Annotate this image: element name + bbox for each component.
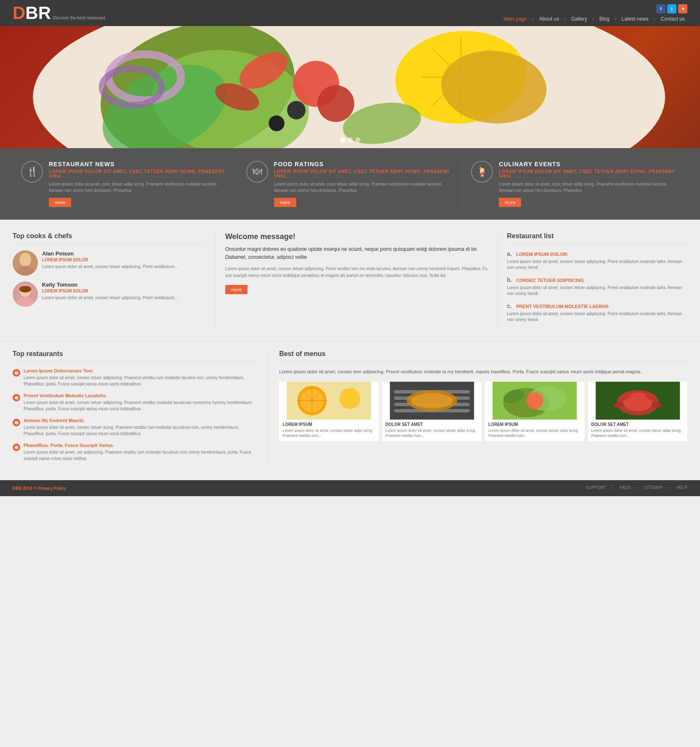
footer-link-support[interactable]: SUPPORT bbox=[586, 485, 606, 491]
svg-point-12 bbox=[287, 101, 306, 120]
rl-title-c[interactable]: PRENT VESTIBULUM MOLESTIE LAERHS bbox=[516, 304, 608, 309]
menu-item-3-desc: Lorem ipsum dolor sit amet, consec tetue… bbox=[488, 428, 581, 439]
chef-card-2: Kelly Tomson LOREM IPSUM DOLOR Lorem ips… bbox=[13, 282, 206, 307]
svg-point-43 bbox=[411, 393, 453, 408]
menu-item-3: LOREM IPSUM Lorem ipsum dolor sit amet, … bbox=[485, 382, 584, 441]
restaurant-news-icon: 🍴 bbox=[21, 161, 43, 183]
social-icons: f t ✦ bbox=[656, 4, 687, 13]
rl-letter-b: b. bbox=[507, 276, 514, 283]
footer-link-sitemap[interactable]: SITEMAP bbox=[644, 485, 663, 491]
nav-blog[interactable]: Blog bbox=[597, 16, 612, 22]
tr-num-4: ➋ bbox=[13, 444, 20, 451]
logo-rest: BR bbox=[25, 3, 51, 23]
rl-letter-a: a. bbox=[507, 250, 514, 257]
tr-desc-2: Lorem ipsum dolor sit amet, consec tetue… bbox=[24, 399, 258, 412]
welcome-more-button[interactable]: more bbox=[225, 285, 248, 294]
rl-title-a[interactable]: LOREM IPSUM DOLOR: bbox=[516, 252, 568, 257]
top-restaurants-column: Top restaurants ➋ Lorem Ipsum Dolorconse… bbox=[13, 350, 269, 468]
logo: DBR Discover the best restaurant bbox=[13, 4, 105, 22]
main-content-section: Top cooks & chefs Alan Poison LOREM IPSU… bbox=[0, 220, 700, 341]
tr-title-3[interactable]: Aeneon My Endrerit Mauris. bbox=[24, 418, 258, 423]
best-menus-column: Best of menus Lorem ipsum dolor sit amet… bbox=[269, 350, 687, 468]
tr-desc-3: Lorem ipsum dolor sit amet, consec tetue… bbox=[24, 424, 258, 437]
feature-3-subtitle: LOREM IPSUM DOLOR SIT AMET, CSEC TETUER … bbox=[499, 169, 679, 178]
menu-item-4-title: DOLOR SET AMET bbox=[591, 422, 684, 427]
hero-dot-2[interactable] bbox=[348, 137, 353, 142]
welcome-title: Welcome message! bbox=[225, 232, 488, 241]
header: DBR Discover the best restaurant f t ✦ M… bbox=[0, 0, 700, 26]
feature-1-more-button[interactable]: more bbox=[49, 198, 71, 207]
menu-item-4: DOLOR SET AMET Lorem ipsum dolor sit ame… bbox=[588, 382, 687, 441]
menu-img-1 bbox=[279, 382, 378, 420]
header-right: f t ✦ Main page ● About us ● Gallery ● B… bbox=[501, 4, 687, 22]
feature-3-title: CULINARY EVENTS bbox=[499, 161, 679, 167]
rl-desc-a: Lorem ipsum dolor sit amet, consec tetue… bbox=[507, 259, 687, 271]
top-cooks-column: Top cooks & chefs Alan Poison LOREM IPSU… bbox=[13, 232, 215, 329]
menu-item-1: LOREM IPSUM Lorem ipsum dolor sit amet, … bbox=[279, 382, 378, 441]
tr-title-1[interactable]: Lorem Ipsum Dolorconsec Teer. bbox=[24, 368, 258, 373]
nav-main-page[interactable]: Main page bbox=[501, 16, 530, 22]
feature-culinary-events: 🍹 CULINARY EVENTS LOREM IPSUM DOLOR SIT … bbox=[463, 161, 687, 207]
feature-3-more-button[interactable]: more bbox=[499, 198, 521, 207]
rl-desc-b: Lorem ipsum dolor sit amet, consec tetue… bbox=[507, 285, 687, 297]
tr-title-4[interactable]: Phaselllius. Porta. Fusce Suscipit Variu… bbox=[24, 443, 258, 448]
top-restaurant-item-3: ➋ Aeneon My Endrerit Mauris. Lorem ipsum… bbox=[13, 418, 258, 437]
feature-1-title: RESTAURANT NEWS bbox=[49, 161, 229, 167]
features-section: 🍴 RESTAURANT NEWS LOREM IPSUM DOLOR SIT … bbox=[0, 148, 700, 220]
rss-icon[interactable]: ✦ bbox=[678, 4, 687, 13]
svg-point-28 bbox=[19, 286, 31, 292]
nav-gallery[interactable]: Gallery bbox=[569, 16, 590, 22]
feature-2-subtitle: LOREM IPSUM DOLOR SIT AMET, CSEC TETUER … bbox=[274, 169, 454, 178]
restaurant-list-column: Restaurant list a. LOREM IPSUM DOLOR: Lo… bbox=[498, 232, 687, 329]
tr-title-2[interactable]: Prsent Vestibulum Molestie Lacuiirhs. bbox=[24, 393, 258, 398]
nav-about-us[interactable]: About us bbox=[537, 16, 562, 22]
feature-1-body: Lorem ipsum dolor sit amet, conc tetuer … bbox=[49, 181, 229, 194]
menu-img-4 bbox=[588, 382, 687, 420]
footer-link-faqs[interactable]: FAQS bbox=[620, 485, 631, 491]
feature-2-more-button[interactable]: more bbox=[274, 198, 296, 207]
menu-grid: LOREM IPSUM Lorem ipsum dolor sit amet, … bbox=[279, 382, 687, 441]
menu-item-2-desc: Lorem ipsum dolor sit amet, consec tetue… bbox=[386, 428, 478, 439]
svg-point-24 bbox=[20, 255, 30, 263]
tr-num-2: ➋ bbox=[13, 394, 20, 401]
feature-restaurant-news: 🍴 RESTAURANT NEWS LOREM IPSUM DOLOR SIT … bbox=[13, 161, 238, 207]
menu-item-2-title: DOLOR SET AMET bbox=[386, 422, 478, 427]
chef-1-desc: Lorem ipsum dolor sit amet, consec tetue… bbox=[42, 264, 178, 270]
menu-item-1-title: LOREM IPSUM bbox=[282, 422, 375, 427]
best-menus-title: Best of menus bbox=[279, 350, 687, 362]
footer: DBR 2014 © Privacy Policy SUPPORT • FAQS… bbox=[0, 480, 700, 496]
menu-item-3-title: LOREM IPSUM bbox=[488, 422, 581, 427]
welcome-body: Lorem ipsum dolor sit amet, consec tetue… bbox=[225, 266, 488, 279]
menu-img-2 bbox=[382, 382, 482, 420]
hero-dot-1[interactable] bbox=[340, 137, 345, 142]
feature-2-title: FOOD RATINGS bbox=[274, 161, 454, 167]
nav-latest-news[interactable]: Latest news bbox=[619, 16, 651, 22]
tr-num-1: ➋ bbox=[13, 369, 20, 377]
list-item: b. CONSEC TETUER ADIPISCING Lorem ipsum … bbox=[507, 276, 687, 297]
welcome-lead: Onsuntur magni dolores eo quatione uptat… bbox=[225, 245, 488, 261]
chef-2-sub: LOREM IPSUM DOLOR bbox=[42, 289, 178, 293]
facebook-icon[interactable]: f bbox=[656, 4, 665, 13]
feature-2-body: Lorem ipsum dolor sit amet, conc tetuer … bbox=[274, 181, 454, 194]
svg-point-13 bbox=[269, 115, 285, 131]
chef-1-sub: LOREM IPSUM DOLOR bbox=[42, 258, 178, 262]
list-item: a. LOREM IPSUM DOLOR: Lorem ipsum dolor … bbox=[507, 250, 687, 271]
nav-contact-us[interactable]: Contact us bbox=[658, 16, 687, 22]
top-cooks-title: Top cooks & chefs bbox=[13, 232, 206, 244]
top-restaurant-item-1: ➋ Lorem Ipsum Dolorconsec Teer. Lorem ip… bbox=[13, 368, 258, 387]
footer-brand: DBR bbox=[13, 486, 22, 491]
menu-item-4-desc: Lorem ipsum dolor sit amet, consec tetue… bbox=[591, 428, 684, 439]
footer-link-help[interactable]: HELP bbox=[676, 485, 687, 491]
menu-item-1-desc: Lorem ipsum dolor sit amet, consec tetue… bbox=[282, 428, 375, 439]
twitter-icon[interactable]: t bbox=[667, 4, 676, 13]
rl-title-b[interactable]: CONSEC TETUER ADIPISCING bbox=[516, 278, 584, 283]
restaurant-list: a. LOREM IPSUM DOLOR: Lorem ipsum dolor … bbox=[507, 250, 687, 323]
rl-desc-c: Lorem ipsum dolor sit amet, consec tetue… bbox=[507, 311, 687, 323]
welcome-column: Welcome message! Onsuntur magni dolores … bbox=[215, 232, 498, 329]
hero-dot-3[interactable] bbox=[355, 137, 360, 142]
svg-point-47 bbox=[526, 392, 543, 409]
main-nav: Main page ● About us ● Gallery ● Blog ● … bbox=[501, 16, 687, 22]
restaurant-list-title: Restaurant list bbox=[507, 232, 687, 244]
best-menus-lead: Lorem ipsum dolor sit amet, consec teer … bbox=[279, 368, 687, 376]
top-restaurants-title: Top restaurants bbox=[13, 350, 258, 362]
